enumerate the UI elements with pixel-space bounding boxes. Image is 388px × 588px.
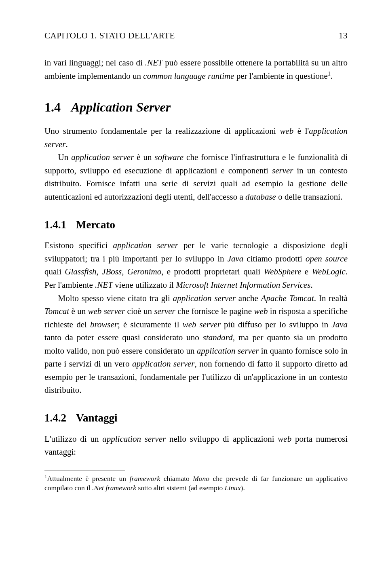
text-italic: web server (88, 306, 125, 316)
text: . (331, 71, 333, 81)
text: anche (236, 293, 261, 303)
text: chiamato (160, 474, 193, 483)
text-italic: .Net framework (92, 484, 136, 492)
text-italic: software (155, 152, 184, 162)
text: Molto spesso viene citato tra gli (58, 293, 173, 303)
text-italic: Microsoft Internet Information Services (176, 280, 310, 290)
text-italic: web (254, 306, 268, 316)
text-italic: web server (183, 320, 221, 329)
text-italic: database (245, 192, 276, 202)
text-italic: application server (197, 346, 259, 356)
text: . (311, 280, 313, 290)
text: , e prodotti proprietari quali (161, 267, 264, 276)
text-italic: server (154, 306, 175, 316)
sec141-p2: Molto spesso viene citato tra gli applic… (44, 292, 348, 397)
subsection-heading-1-4-2: 1.4.2Vantaggi (44, 410, 348, 427)
text-italic: Tomcat (44, 306, 69, 316)
text: è un (69, 306, 88, 316)
text: Un (58, 152, 72, 162)
text-italic: server (272, 166, 293, 175)
text: Uno strumento fondamentale per la realiz… (44, 126, 280, 136)
text: o delle transazioni. (276, 192, 342, 202)
footnote-separator (44, 470, 125, 470)
text-italic: .NET (145, 58, 163, 67)
text: L'utilizzo di un (44, 434, 102, 444)
footnote-1: 1Attualmente è presente un framework chi… (44, 473, 348, 493)
text-italic: framework (129, 474, 160, 483)
text: più diffuso per lo sviluppo in (221, 320, 331, 329)
footnote-ref: 1 (328, 70, 331, 77)
text: Attualmente è presente un (47, 474, 130, 483)
text: . (65, 139, 67, 149)
text-italic: Java (228, 254, 244, 263)
page-number: 13 (339, 29, 348, 42)
text-italic: web (280, 126, 293, 136)
section-number: 1.4 (44, 100, 61, 114)
text-italic: Linux (225, 484, 241, 492)
text-italic: Glassfish (65, 267, 96, 276)
text-italic: open source (306, 254, 348, 263)
text-italic: application server (173, 293, 236, 303)
text-italic: application server (102, 434, 166, 444)
running-header: CAPITOLO 1. STATO DELL'ARTE 13 (44, 29, 348, 42)
text: ). (241, 484, 245, 492)
intro-paragraph-cont: in vari linguaggi; nel caso di .NET può … (44, 56, 348, 83)
text-italic: Java (331, 320, 348, 329)
text: per l'ambiente in questione (234, 71, 328, 81)
sec14-p2: Un application server è un software che … (44, 151, 348, 203)
text: citiamo prodotti (243, 254, 306, 263)
sec14-p1: Uno strumento fondamentale per la realiz… (44, 124, 348, 151)
text-italic: standard (203, 333, 233, 342)
text: ; è sicuramente il (118, 320, 183, 329)
page: CAPITOLO 1. STATO DELL'ARTE 13 in vari l… (0, 0, 388, 588)
text-italic: Geronimo (127, 267, 161, 276)
subsection-title: Mercato (76, 219, 115, 231)
section-heading-1-4: 1.4Application Server (44, 97, 348, 118)
text-italic: browser (90, 320, 118, 329)
sec141-p1: Esistono specifici application server pe… (44, 239, 348, 291)
sec142-p1: L'utilizzo di un application server nell… (44, 432, 348, 459)
header-chapter: CAPITOLO 1. STATO DELL'ARTE (44, 29, 175, 42)
text-italic: application server (132, 359, 195, 369)
text-italic: WebSphere (264, 267, 302, 276)
text: sotto altri sistemi (ad esempio (136, 484, 225, 492)
text: . In realtà (314, 293, 348, 303)
text: cioè un (125, 306, 154, 316)
text-italic: JBoss (102, 267, 122, 276)
text-italic: .NET (95, 280, 113, 290)
text: nello sviluppo di applicazioni (166, 434, 278, 444)
text: che fornisce le pagine (175, 306, 254, 316)
text-italic: common language runtime (143, 71, 234, 81)
text: e (302, 267, 312, 276)
text: quali (44, 267, 65, 276)
subsection-heading-1-4-1: 1.4.1Mercato (44, 217, 348, 234)
subsection-number: 1.4.1 (44, 219, 66, 231)
text-italic: WebLogic (312, 267, 346, 276)
section-title: Application Server (71, 100, 171, 114)
text: , (97, 267, 102, 276)
subsection-number: 1.4.2 (44, 412, 66, 424)
text-italic: web (278, 434, 291, 444)
text-italic: Apache Tomcat (261, 293, 314, 303)
text: Esistono specifici (44, 240, 113, 250)
text-italic: application server (113, 240, 178, 250)
text: è un (134, 152, 154, 162)
text: , (122, 267, 127, 276)
subsection-title: Vantaggi (76, 412, 118, 424)
text: tanto da poter essere quasi considerato … (44, 333, 203, 342)
text-italic: Mono (193, 474, 209, 483)
text-italic: application server (71, 152, 134, 162)
text: viene utilizzato il (113, 280, 176, 290)
text: in vari linguaggi; nel caso di (44, 58, 145, 67)
text: è l' (293, 126, 309, 136)
